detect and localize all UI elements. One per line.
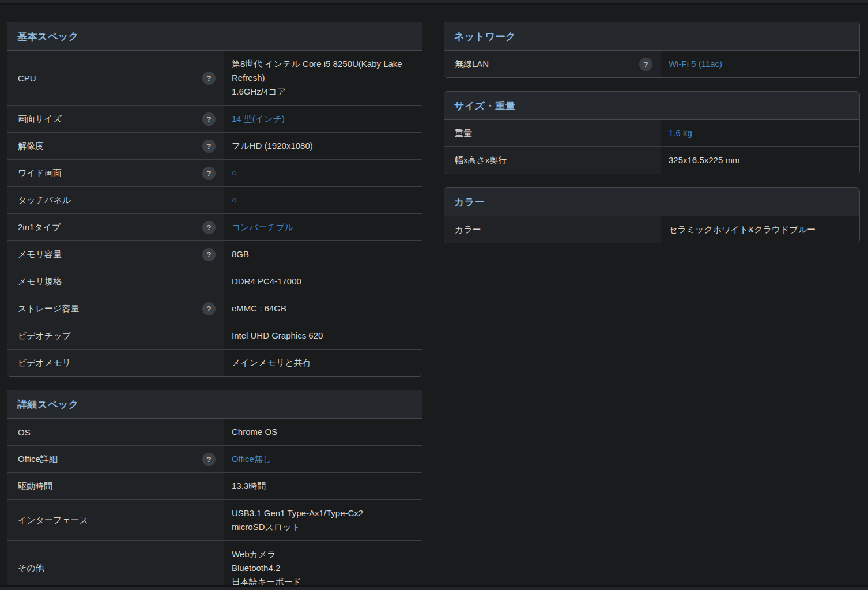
- row-label-cell: Office詳細?: [7, 446, 224, 472]
- row-label-cell: その他: [7, 541, 224, 590]
- row-value-cell: Office無し: [224, 446, 422, 472]
- row-label-cell: 幅x高さx奥行: [444, 147, 661, 174]
- next-section-edge: [0, 585, 868, 590]
- table-row: 駆動時間13.3時間: [7, 473, 422, 500]
- help-icon[interactable]: ?: [202, 302, 216, 315]
- spec-table-detail-spec: 詳細スペックOSChrome OSOffice詳細?Office無し駆動時間13…: [7, 390, 422, 590]
- row-value-link[interactable]: ○: [232, 193, 237, 207]
- row-value-link[interactable]: 14 型(インチ): [232, 112, 285, 126]
- row-label: ビデオメモリ: [18, 358, 71, 369]
- row-value-cell: ○: [224, 160, 422, 186]
- row-label-cell: ビデオチップ: [7, 322, 224, 349]
- section-title-basic-spec: 基本スペック: [7, 22, 422, 51]
- help-icon[interactable]: ?: [202, 221, 216, 234]
- table-row: 解像度?フルHD (1920x1080): [7, 133, 422, 160]
- row-value: フルHD (1920x1080): [232, 139, 313, 153]
- table-row: メモリ規格DDR4 PC4-17000: [7, 268, 422, 295]
- row-value: DDR4 PC4-17000: [232, 275, 301, 288]
- table-row: 幅x高さx奥行325x16.5x225 mm: [444, 147, 859, 174]
- help-icon[interactable]: ?: [202, 453, 216, 466]
- row-value: 第8世代 インテル Core i5 8250U(Kaby Lake Refres…: [232, 57, 414, 99]
- row-value-link[interactable]: 1.6 kg: [669, 126, 692, 140]
- table-row: 画面サイズ?14 型(インチ): [7, 106, 422, 133]
- row-label-cell: CPU?: [7, 51, 224, 105]
- row-label: 駆動時間: [18, 481, 52, 492]
- spec-table-color: カラーカラーセラミックホワイト&クラウドブルー: [444, 187, 860, 243]
- table-row: タッチパネル○: [7, 187, 422, 214]
- row-value-cell: フルHD (1920x1080): [224, 133, 422, 159]
- row-value-cell: USB3.1 Gen1 Type-Ax1/Type-Cx2 microSDスロッ…: [224, 500, 422, 540]
- section-title-network: ネットワーク: [444, 22, 859, 51]
- section-title-detail-spec: 詳細スペック: [7, 390, 422, 419]
- help-icon[interactable]: ?: [202, 167, 216, 180]
- row-value-cell: ○: [224, 187, 422, 213]
- row-label-cell: メモリ容量?: [7, 241, 224, 268]
- row-value-cell: 1.6 kg: [661, 120, 859, 146]
- row-value: メインメモリと共有: [232, 356, 311, 370]
- row-label-cell: メモリ規格: [7, 268, 224, 295]
- row-label-cell: 画面サイズ?: [7, 106, 224, 132]
- row-value-cell: Intel UHD Graphics 620: [224, 322, 422, 349]
- row-label: CPU: [18, 73, 36, 83]
- row-value: 325x16.5x225 mm: [669, 153, 739, 167]
- row-value-cell: DDR4 PC4-17000: [224, 268, 422, 295]
- row-label-cell: 駆動時間: [7, 473, 224, 499]
- row-label-cell: OS: [7, 419, 224, 445]
- spec-table-network: ネットワーク無線LAN?Wi-Fi 5 (11ac): [444, 22, 860, 78]
- row-label-cell: 2in1タイプ?: [7, 214, 224, 240]
- row-label: Office詳細: [18, 454, 58, 465]
- table-row: CPU?第8世代 インテル Core i5 8250U(Kaby Lake Re…: [7, 51, 422, 106]
- help-icon[interactable]: ?: [202, 112, 216, 126]
- section-title-size-weight: サイズ・重量: [444, 92, 859, 120]
- row-value-cell: Wi-Fi 5 (11ac): [661, 51, 859, 77]
- row-label: OS: [18, 427, 31, 437]
- help-icon[interactable]: ?: [202, 140, 216, 153]
- row-label: 無線LAN: [455, 59, 489, 70]
- row-value-link[interactable]: コンバーチブル: [232, 220, 293, 234]
- help-icon[interactable]: ?: [202, 248, 216, 261]
- row-label-cell: 解像度?: [7, 133, 224, 159]
- table-row: ワイド画面?○: [7, 160, 422, 187]
- row-value-cell: 14 型(インチ): [224, 106, 422, 132]
- help-icon[interactable]: ?: [202, 72, 216, 85]
- table-row: カラーセラミックホワイト&クラウドブルー: [444, 216, 859, 243]
- table-row: メモリ容量?8GB: [7, 241, 422, 268]
- row-value: 8GB: [232, 247, 249, 261]
- row-value-cell: Chrome OS: [224, 419, 422, 445]
- row-value-link[interactable]: Wi-Fi 5 (11ac): [669, 57, 722, 71]
- row-value-link[interactable]: Office無し: [232, 452, 271, 466]
- row-label-cell: ビデオメモリ: [7, 350, 224, 376]
- row-value-cell: 325x16.5x225 mm: [661, 147, 859, 174]
- table-row: OSChrome OS: [7, 419, 422, 446]
- row-label-cell: カラー: [444, 216, 661, 243]
- row-value: USB3.1 Gen1 Type-Ax1/Type-Cx2 microSDスロッ…: [232, 506, 363, 534]
- row-label: インターフェース: [18, 515, 88, 526]
- row-value-cell: eMMC : 64GB: [224, 295, 422, 322]
- row-label-cell: ストレージ容量?: [7, 295, 224, 322]
- help-icon[interactable]: ?: [639, 58, 652, 71]
- previous-section-edge: [0, 0, 868, 5]
- row-label-cell: タッチパネル: [7, 187, 224, 213]
- table-row: 無線LAN?Wi-Fi 5 (11ac): [444, 51, 859, 77]
- spec-column-left: 基本スペックCPU?第8世代 インテル Core i5 8250U(Kaby L…: [7, 22, 422, 590]
- row-value: Webカメラ Bluetooth4.2 日本語キーボード: [232, 547, 301, 589]
- row-value: 13.3時間: [232, 479, 266, 493]
- table-row: インターフェースUSB3.1 Gen1 Type-Ax1/Type-Cx2 mi…: [7, 500, 422, 541]
- spec-column-right: ネットワーク無線LAN?Wi-Fi 5 (11ac)サイズ・重量重量1.6 kg…: [444, 22, 860, 257]
- row-label: 幅x高さx奥行: [455, 155, 507, 166]
- row-value-link[interactable]: ○: [232, 166, 237, 180]
- row-label: メモリ規格: [18, 276, 62, 287]
- row-value-cell: セラミックホワイト&クラウドブルー: [661, 216, 859, 243]
- row-value-cell: 第8世代 インテル Core i5 8250U(Kaby Lake Refres…: [224, 51, 422, 105]
- table-row: 重量1.6 kg: [444, 120, 859, 147]
- row-value: セラミックホワイト&クラウドブルー: [669, 223, 816, 236]
- table-row: その他Webカメラ Bluetooth4.2 日本語キーボード: [7, 541, 422, 590]
- spec-table-basic-spec: 基本スペックCPU?第8世代 インテル Core i5 8250U(Kaby L…: [7, 22, 422, 377]
- table-row: ビデオチップIntel UHD Graphics 620: [7, 322, 422, 350]
- row-value-cell: メインメモリと共有: [224, 350, 422, 376]
- row-label: 解像度: [18, 141, 44, 152]
- row-label: 重量: [455, 128, 472, 139]
- row-label: 2in1タイプ: [18, 222, 61, 233]
- row-label: 画面サイズ: [18, 114, 62, 125]
- section-title-color: カラー: [444, 188, 859, 216]
